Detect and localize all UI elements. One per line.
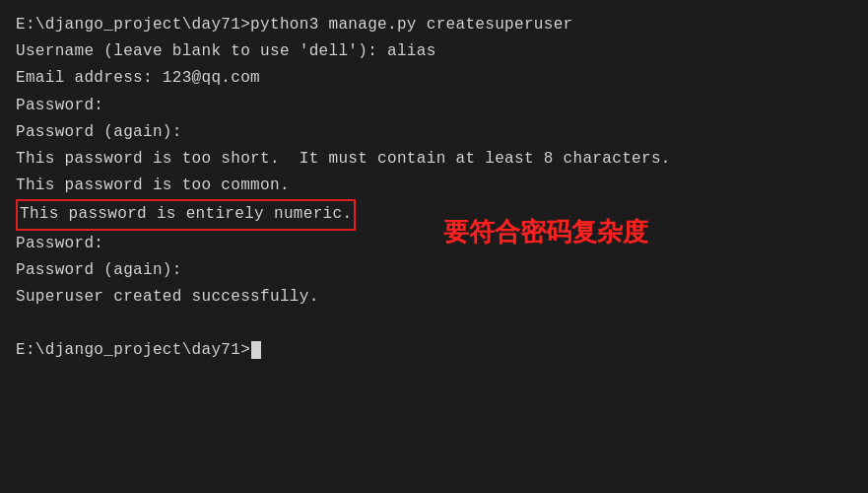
terminal-empty-line bbox=[16, 311, 852, 337]
terminal-line-10: Password (again): bbox=[16, 257, 852, 284]
terminal-line-3: Email address: 123@qq.com bbox=[16, 65, 852, 92]
terminal-text-6: This password is too short. It must cont… bbox=[16, 150, 671, 168]
terminal-line-1: E:\django_project\day71>python3 manage.p… bbox=[16, 12, 852, 38]
terminal-text-2: Username (leave blank to use 'dell'): al… bbox=[16, 42, 436, 60]
terminal-line-9: Password: bbox=[16, 231, 852, 257]
terminal-text-8: This password is entirely numeric. bbox=[16, 199, 356, 230]
terminal-text-4: Password: bbox=[16, 97, 113, 114]
terminal-text-10: Password (again): bbox=[16, 261, 192, 279]
terminal-line-8: This password is entirely numeric. bbox=[16, 199, 852, 230]
terminal-cursor bbox=[251, 341, 261, 359]
terminal-line-4: Password: bbox=[16, 93, 852, 119]
terminal-text-9: Password: bbox=[16, 235, 113, 252]
terminal-line-11: Superuser created successfully. bbox=[16, 284, 852, 311]
terminal-text-3: Email address: 123@qq.com bbox=[16, 69, 260, 87]
terminal-line-2: Username (leave blank to use 'dell'): al… bbox=[16, 38, 852, 65]
terminal-line-13: E:\django_project\day71> bbox=[16, 337, 852, 364]
terminal-line-7: This password is too common. bbox=[16, 173, 852, 199]
terminal-line-5: Password (again): bbox=[16, 119, 852, 146]
terminal-text-7: This password is too common. bbox=[16, 176, 290, 194]
terminal-line-6: This password is too short. It must cont… bbox=[16, 146, 852, 173]
terminal-text-1: E:\django_project\day71>python3 manage.p… bbox=[16, 16, 573, 34]
terminal-text-13: E:\django_project\day71> bbox=[16, 341, 250, 359]
terminal-text-11: Superuser created successfully. bbox=[16, 288, 319, 306]
terminal-window: E:\django_project\day71>python3 manage.p… bbox=[0, 0, 868, 493]
terminal-text-5: Password (again): bbox=[16, 123, 192, 141]
annotation-text: 要符合密码复杂度 bbox=[443, 215, 648, 249]
